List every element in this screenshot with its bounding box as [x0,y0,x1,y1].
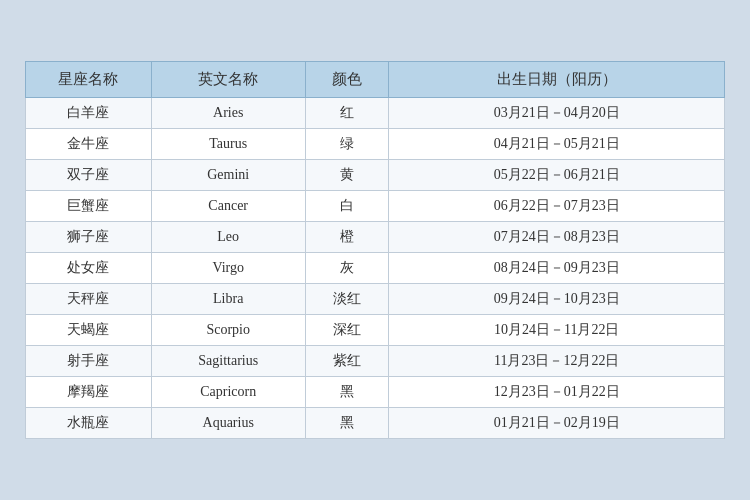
cell-chinese-name: 水瓶座 [26,408,152,439]
cell-chinese-name: 处女座 [26,253,152,284]
table-row: 狮子座Leo橙07月24日－08月23日 [26,222,725,253]
cell-color: 淡红 [305,284,389,315]
table-row: 天蝎座Scorpio深红10月24日－11月22日 [26,315,725,346]
table-row: 巨蟹座Cancer白06月22日－07月23日 [26,191,725,222]
cell-color: 橙 [305,222,389,253]
table-row: 射手座Sagittarius紫红11月23日－12月22日 [26,346,725,377]
cell-chinese-name: 巨蟹座 [26,191,152,222]
cell-birthdate: 10月24日－11月22日 [389,315,725,346]
cell-color: 红 [305,98,389,129]
table-row: 天秤座Libra淡红09月24日－10月23日 [26,284,725,315]
cell-english-name: Scorpio [151,315,305,346]
cell-chinese-name: 狮子座 [26,222,152,253]
cell-color: 黄 [305,160,389,191]
cell-english-name: Libra [151,284,305,315]
table-header-row: 星座名称 英文名称 颜色 出生日期（阳历） [26,62,725,98]
cell-chinese-name: 白羊座 [26,98,152,129]
cell-color: 灰 [305,253,389,284]
cell-birthdate: 06月22日－07月23日 [389,191,725,222]
cell-birthdate: 11月23日－12月22日 [389,346,725,377]
cell-english-name: Taurus [151,129,305,160]
zodiac-table-container: 星座名称 英文名称 颜色 出生日期（阳历） 白羊座Aries红03月21日－04… [15,51,735,449]
table-row: 金牛座Taurus绿04月21日－05月21日 [26,129,725,160]
cell-chinese-name: 天蝎座 [26,315,152,346]
cell-chinese-name: 双子座 [26,160,152,191]
header-color: 颜色 [305,62,389,98]
cell-chinese-name: 天秤座 [26,284,152,315]
cell-english-name: Virgo [151,253,305,284]
cell-color: 黑 [305,408,389,439]
header-birthdate: 出生日期（阳历） [389,62,725,98]
cell-english-name: Capricorn [151,377,305,408]
cell-english-name: Gemini [151,160,305,191]
cell-birthdate: 08月24日－09月23日 [389,253,725,284]
cell-color: 白 [305,191,389,222]
cell-color: 绿 [305,129,389,160]
cell-color: 深红 [305,315,389,346]
cell-english-name: Sagittarius [151,346,305,377]
cell-birthdate: 03月21日－04月20日 [389,98,725,129]
cell-english-name: Aries [151,98,305,129]
table-row: 白羊座Aries红03月21日－04月20日 [26,98,725,129]
zodiac-table: 星座名称 英文名称 颜色 出生日期（阳历） 白羊座Aries红03月21日－04… [25,61,725,439]
cell-english-name: Cancer [151,191,305,222]
table-row: 摩羯座Capricorn黑12月23日－01月22日 [26,377,725,408]
header-chinese-name: 星座名称 [26,62,152,98]
cell-english-name: Aquarius [151,408,305,439]
cell-birthdate: 09月24日－10月23日 [389,284,725,315]
cell-chinese-name: 金牛座 [26,129,152,160]
cell-chinese-name: 射手座 [26,346,152,377]
cell-birthdate: 07月24日－08月23日 [389,222,725,253]
cell-color: 紫红 [305,346,389,377]
cell-birthdate: 05月22日－06月21日 [389,160,725,191]
cell-birthdate: 12月23日－01月22日 [389,377,725,408]
table-row: 双子座Gemini黄05月22日－06月21日 [26,160,725,191]
table-row: 水瓶座Aquarius黑01月21日－02月19日 [26,408,725,439]
cell-english-name: Leo [151,222,305,253]
header-english-name: 英文名称 [151,62,305,98]
cell-color: 黑 [305,377,389,408]
cell-birthdate: 01月21日－02月19日 [389,408,725,439]
cell-birthdate: 04月21日－05月21日 [389,129,725,160]
cell-chinese-name: 摩羯座 [26,377,152,408]
table-row: 处女座Virgo灰08月24日－09月23日 [26,253,725,284]
